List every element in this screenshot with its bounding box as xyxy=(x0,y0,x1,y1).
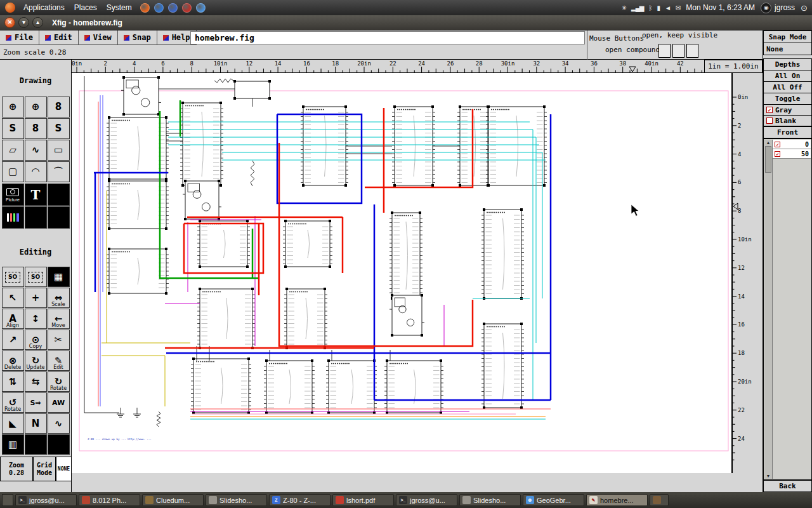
depths-scrollbar[interactable]: ▲ ▼ xyxy=(764,140,773,479)
schematic-chip[interactable] xyxy=(233,80,271,100)
web-launcher-icon[interactable] xyxy=(196,3,206,13)
tool-polygon[interactable]: ▱ xyxy=(2,140,24,161)
menu-edit-button[interactable]: Edit xyxy=(39,30,79,45)
tool-copy-point[interactable]: ↗ xyxy=(2,330,24,350)
tool-edit[interactable]: ✎Edit xyxy=(48,351,70,371)
schematic-chip[interactable] xyxy=(481,323,524,409)
tool-edit-text-size[interactable]: AW xyxy=(48,392,70,413)
taskbar-item-presentation[interactable]: Slidesho... xyxy=(459,494,521,506)
schematic-chip[interactable] xyxy=(390,211,422,300)
volume-icon[interactable]: ◄ xyxy=(665,4,671,11)
schematic-chip[interactable] xyxy=(326,359,377,414)
power-button[interactable]: ⊙ xyxy=(801,3,807,13)
tool-circle-by-radius[interactable]: ⊕ xyxy=(2,97,24,117)
taskbar-item-browser[interactable]: ZZ-80 - Z-... xyxy=(269,494,331,506)
taskbar-item-pdf[interactable]: lshort.pdf xyxy=(332,494,394,506)
schematic-chip[interactable] xyxy=(264,359,315,414)
taskbar-item-presentation[interactable]: Slidesho... xyxy=(206,494,267,506)
tool-copy[interactable]: ⊙Copy xyxy=(25,330,47,350)
blank-checkbox[interactable] xyxy=(766,117,773,124)
tool-move-point[interactable]: ↖ xyxy=(2,288,24,308)
tool-blank-b[interactable] xyxy=(48,434,70,455)
tool-library[interactable]: ▥ xyxy=(2,434,24,455)
tool-ellipse[interactable]: 8 xyxy=(48,97,70,117)
konqueror-launcher-icon[interactable] xyxy=(168,3,178,13)
front-button[interactable]: Front xyxy=(763,126,812,138)
schematic-chip[interactable] xyxy=(301,105,348,187)
taskbar-item-terminal[interactable]: >_jgross@u... xyxy=(15,494,77,506)
toggle-button[interactable]: Toggle xyxy=(763,93,812,105)
tool-box[interactable]: ▭ xyxy=(48,140,70,161)
taskbar-item-xfig[interactable]: ✎homebre... xyxy=(586,494,648,506)
tool-delete-point[interactable]: ↕ xyxy=(25,309,47,329)
schematic-chip[interactable] xyxy=(191,358,251,414)
firefox-launcher-icon[interactable] xyxy=(140,3,150,13)
mail-icon[interactable]: ✉ xyxy=(676,4,680,11)
tool-spline[interactable]: 8 xyxy=(25,118,47,139)
all-on-button[interactable]: All On xyxy=(763,70,812,82)
tool-circle-by-diameter[interactable]: ⊕ xyxy=(25,97,47,117)
gray-checkbox[interactable]: ✔ xyxy=(766,107,773,113)
tool-smart-link[interactable]: SO xyxy=(2,267,24,287)
schematic-chip[interactable] xyxy=(390,294,424,337)
minimize-button[interactable]: ▾ xyxy=(18,17,29,28)
schematic-chip[interactable] xyxy=(384,359,443,414)
tool-delete[interactable]: ⊗Delete xyxy=(2,351,24,371)
tool-picture[interactable]: Picture xyxy=(2,184,24,206)
bluetooth-icon[interactable]: ᛒ xyxy=(649,4,652,11)
close-button[interactable]: ✕ xyxy=(4,17,15,28)
tool-text[interactable]: T xyxy=(25,184,47,206)
maximize-button[interactable]: ▴ xyxy=(32,17,43,28)
tool-scale[interactable]: ⇔Scale xyxy=(48,288,70,308)
tool-rotate-cw[interactable]: ↻Rotate xyxy=(48,371,70,392)
taskbar-item-document[interactable]: 8.012 Ph... xyxy=(79,494,140,506)
tool-arc[interactable]: ◠ xyxy=(25,161,47,182)
tool-rotate-ccw[interactable]: ↺Rotate xyxy=(2,392,24,413)
schematic-chip[interactable] xyxy=(457,105,490,187)
zoom-indicator[interactable]: Zoom 0.28 xyxy=(0,457,33,481)
wifi-icon[interactable]: ▂▄▆ xyxy=(631,4,643,11)
horizontal-ruler[interactable]: 0in246810in1214161820in2224262830in32343… xyxy=(72,60,704,73)
gem-launcher-icon[interactable] xyxy=(182,3,192,13)
battery-icon[interactable]: ▮ xyxy=(657,4,660,11)
depth-checkbox[interactable]: ✔ xyxy=(775,142,780,147)
drawing-canvas[interactable]: Z-80 ... drawn up by ... http://www. ... xyxy=(72,73,731,473)
menu-places[interactable]: Places xyxy=(73,3,98,12)
globe-launcher-icon[interactable] xyxy=(154,3,164,13)
scroll-down-icon[interactable]: ▼ xyxy=(764,473,772,479)
distro-logo-icon[interactable] xyxy=(5,3,15,13)
depth-entry[interactable]: ✔50 xyxy=(773,149,811,159)
tool-polyline[interactable]: ∿ xyxy=(25,140,47,161)
tool-approx-spline[interactable]: S xyxy=(48,118,70,139)
scroll-up-icon[interactable]: ▲ xyxy=(764,140,772,145)
vertical-ruler[interactable]: 0in246810in1214161820in2224 xyxy=(731,73,752,473)
schematic-chip[interactable] xyxy=(121,76,161,116)
grid-mode-indicator[interactable]: Grid Mode xyxy=(33,457,56,481)
tool-update[interactable]: ↻Update xyxy=(25,351,47,371)
tool-smart-move[interactable]: SO xyxy=(25,267,47,287)
tool-blank-a[interactable] xyxy=(25,434,47,455)
snap-mode-value[interactable]: None xyxy=(763,43,812,55)
tool-move[interactable]: ←Move xyxy=(48,309,70,329)
clock[interactable]: Mon Nov 1, 6:23 AM xyxy=(686,3,755,12)
taskbar-item-geogebra[interactable]: ⊕GeoGebr... xyxy=(523,494,584,506)
schematic-chip[interactable] xyxy=(197,220,250,268)
schematic-chip[interactable] xyxy=(197,288,255,349)
depth-checkbox[interactable]: ✔ xyxy=(775,151,780,157)
tool-library[interactable] xyxy=(2,206,24,229)
tool-regular-polygon[interactable]: ⌒ xyxy=(48,161,70,182)
tool-align[interactable]: AAlign xyxy=(2,309,24,329)
grid-mode-value[interactable]: NONE xyxy=(56,457,72,481)
taskbar-item-folder[interactable]: Cluedum... xyxy=(142,494,204,506)
taskbar-item-terminal[interactable]: >_jgross@u... xyxy=(396,494,457,506)
schematic-chip[interactable] xyxy=(392,105,435,187)
gray-checkbox-row[interactable]: ✔ Gray xyxy=(763,104,812,116)
tool-open-spline[interactable]: ∿ xyxy=(48,413,70,434)
schematic-chip[interactable] xyxy=(283,220,332,268)
tool-pattern[interactable]: ▦ xyxy=(48,267,70,287)
taskbar-item-image-thumbnail[interactable] xyxy=(650,494,669,506)
schematic-chip[interactable] xyxy=(481,208,524,300)
schematic-chip[interactable] xyxy=(284,288,327,349)
ruler-units-box[interactable]: 1in = 1.00in xyxy=(704,60,763,73)
menu-applications[interactable]: Applications xyxy=(22,3,66,12)
